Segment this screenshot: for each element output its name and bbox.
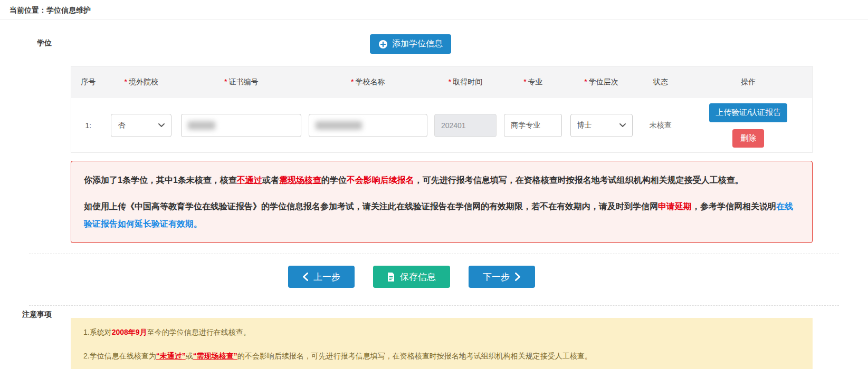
- add-degree-button[interactable]: 添加学位信息: [370, 34, 451, 54]
- redacted-value: [316, 121, 362, 130]
- text-segment: 或: [186, 352, 193, 360]
- school-name-input[interactable]: [309, 114, 427, 137]
- dashed-divider: [29, 254, 839, 254]
- note-item: 1.系统对2008年9月至今的学位信息进行在线核查。: [83, 327, 800, 337]
- text-segment: 你添加了1条学位，其中1条未核查，核查: [84, 176, 237, 184]
- text-segment: 需现场核查: [279, 176, 321, 184]
- chevron-left-icon: [302, 273, 308, 281]
- delete-button[interactable]: 删除: [732, 129, 764, 148]
- text-segment: ，可先进行报考信息填写，在资格核查时按报名地考试组织机构相关规定接受人工核查。: [414, 176, 743, 184]
- text-segment: ，参考学信网相关说明: [692, 202, 776, 211]
- column-header: 操作: [684, 77, 812, 87]
- text-segment: 不会影响后续报名: [347, 176, 414, 184]
- chevron-right-icon: [515, 273, 521, 281]
- text-segment: 或者: [262, 176, 279, 184]
- notes-section-label: 注意事项: [0, 309, 52, 369]
- column-header: *取得时间: [431, 77, 500, 87]
- column-header: *专业: [500, 77, 566, 87]
- document-icon: [387, 273, 395, 281]
- previous-step-button[interactable]: 上一步: [288, 266, 355, 288]
- alert-paragraph-1: 你添加了1条学位，其中1条未核查，核查不通过或者需现场核查的学位不会影响后续报名…: [84, 171, 799, 189]
- chevron-down-icon: [158, 123, 165, 127]
- degree-alert-box: 你添加了1条学位，其中1条未核查，核查不通过或者需现场核查的学位不会影响后续报名…: [71, 161, 813, 243]
- text-segment: 如使用上传《中国高等教育学位在线验证报告》的学位信息报名参加考试，请关注此在线验…: [84, 202, 658, 211]
- text-segment: 至今的学位信息进行在线核查。: [147, 328, 251, 336]
- column-header: *境外院校: [106, 77, 177, 87]
- notes-section: 注意事项 1.系统对2008年9月至今的学位信息进行在线核查。 2.学位信息在线…: [0, 309, 868, 369]
- notes-box: 1.系统对2008年9月至今的学位信息进行在线核查。 2.学位信息在线核查为“未…: [71, 318, 813, 369]
- column-header: *证书编号: [177, 77, 306, 87]
- degree-section-label: 学位: [0, 34, 52, 243]
- degree-level-select[interactable]: 博士: [570, 114, 633, 137]
- text-segment: 不通过: [237, 176, 262, 184]
- note-item: 2.学位信息在线核查为“未通过”或“需现场核查”的不会影响后续报名，可先进行报考…: [83, 351, 800, 361]
- chevron-down-icon: [619, 123, 626, 127]
- plus-circle-icon: [378, 40, 388, 49]
- degree-table-header: 序号*境外院校*证书编号*学校名称*取得时间*专业*学位层次状态操作: [71, 66, 812, 98]
- text-segment: 申请延期: [658, 202, 692, 211]
- required-asterisk: *: [449, 77, 451, 86]
- overseas-school-select[interactable]: 否: [111, 114, 171, 137]
- upload-report-button[interactable]: 上传验证/认证报告: [709, 103, 787, 122]
- obtain-time-input: 202401: [434, 114, 497, 137]
- degree-table: 序号*境外院校*证书编号*学校名称*取得时间*专业*学位层次状态操作 1: 否: [71, 66, 813, 153]
- required-asterisk: *: [124, 77, 127, 86]
- column-header: 序号: [71, 77, 106, 87]
- add-degree-button-label: 添加学位信息: [392, 38, 443, 50]
- column-header: *学位层次: [566, 77, 636, 87]
- breadcrumb: 当前位置：学位信息维护: [0, 0, 868, 20]
- text-segment: “需现场核查”: [193, 352, 237, 360]
- degree-section: 学位 添加学位信息 序号*境外院校*证书编号*学校名称*取得时间*专业*学位层次…: [0, 34, 868, 243]
- text-segment: 2008年9月: [112, 328, 147, 336]
- required-asterisk: *: [584, 77, 587, 86]
- breadcrumb-text: 当前位置：学位信息维护: [9, 6, 91, 14]
- table-row: 1: 否: [71, 98, 812, 152]
- dashed-divider: [29, 305, 839, 306]
- text-segment: 的学位: [321, 176, 347, 184]
- row-index: 1:: [85, 121, 91, 130]
- redacted-value: [188, 121, 215, 130]
- save-button[interactable]: 保存信息: [373, 266, 450, 288]
- next-step-button[interactable]: 下一步: [469, 266, 535, 288]
- alert-paragraph-2: 如使用上传《中国高等教育学位在线验证报告》的学位信息报名参加考试，请关注此在线验…: [84, 198, 799, 232]
- required-asterisk: *: [224, 77, 227, 86]
- text-segment: 的不会影响后续报名，可先进行报考信息填写，在资格核查时按报名地考试组织机构相关规…: [237, 352, 592, 360]
- required-asterisk: *: [523, 77, 526, 86]
- status-badge: 未核查: [650, 121, 672, 130]
- certificate-no-input[interactable]: [181, 114, 301, 137]
- required-asterisk: *: [351, 77, 354, 86]
- wizard-actions: 上一步 保存信息 下一步: [0, 266, 868, 288]
- column-header: *学校名称: [306, 77, 431, 87]
- text-segment: 2.学位信息在线核查为: [83, 352, 156, 360]
- column-header: 状态: [636, 77, 684, 87]
- text-segment: “未通过”: [156, 352, 186, 360]
- text-segment: 1.系统对: [83, 328, 112, 336]
- major-input[interactable]: 商学专业: [504, 114, 562, 137]
